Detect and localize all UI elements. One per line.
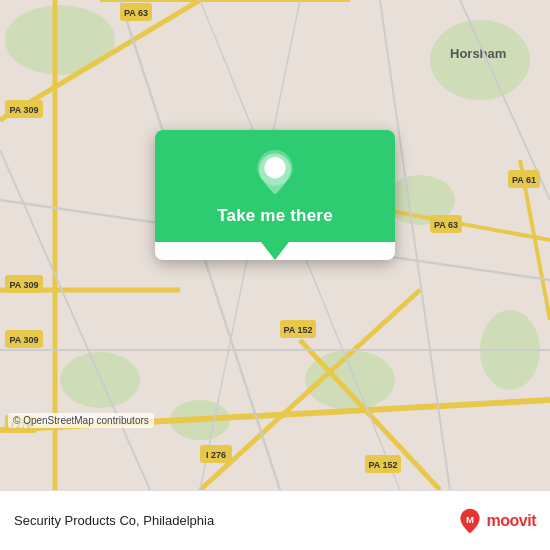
svg-text:M: M — [466, 513, 474, 524]
card-green-section: Take me there — [155, 130, 395, 242]
svg-text:PA 309: PA 309 — [9, 335, 38, 345]
take-me-there-button[interactable]: Take me there — [217, 206, 333, 226]
svg-text:PA 309: PA 309 — [9, 105, 38, 115]
svg-text:PA 309: PA 309 — [9, 280, 38, 290]
svg-text:PA 152: PA 152 — [368, 460, 397, 470]
svg-point-1 — [5, 5, 115, 75]
moovit-logo: M moovit — [456, 507, 536, 535]
location-pin-icon — [251, 150, 299, 198]
bottom-bar: Security Products Co, Philadelphia M moo… — [0, 490, 550, 550]
moovit-brand-text: moovit — [487, 512, 536, 530]
svg-text:PA 63: PA 63 — [434, 220, 458, 230]
svg-text:PA 152: PA 152 — [283, 325, 312, 335]
location-label: Security Products Co, Philadelphia — [14, 513, 446, 528]
svg-text:I 276: I 276 — [206, 450, 226, 460]
map-container: Horsham PA 309 PA 309 PA 309 — [0, 0, 550, 490]
svg-text:PA 63: PA 63 — [124, 8, 148, 18]
svg-point-50 — [269, 162, 281, 174]
svg-point-5 — [60, 352, 140, 408]
card-pointer — [261, 242, 289, 260]
map-attribution: © OpenStreetMap contributors — [8, 413, 154, 428]
moovit-icon: M — [456, 507, 484, 535]
svg-text:Horsham: Horsham — [450, 46, 506, 61]
svg-text:PA 61: PA 61 — [512, 175, 536, 185]
card-overlay: Take me there — [155, 130, 395, 260]
